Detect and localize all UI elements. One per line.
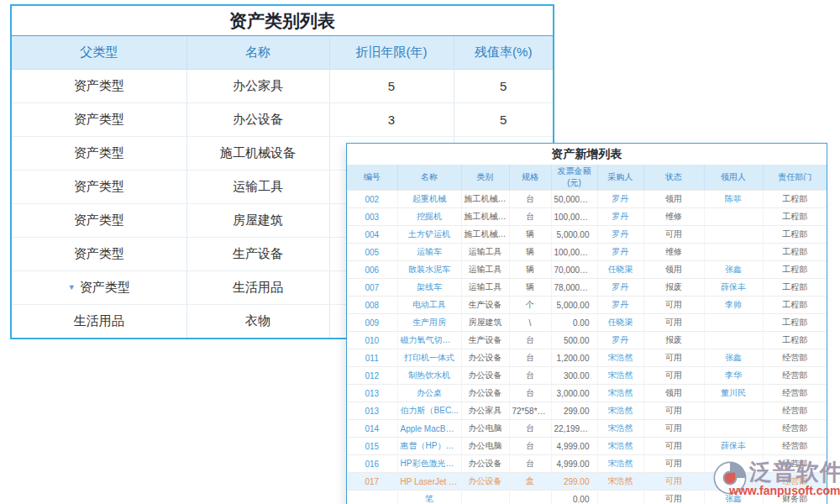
table-row[interactable]: 004土方铲运机施工机械设备辆5,000.00罗丹可用工程部 (347, 226, 827, 244)
cell-purchaser[interactable]: 宋浩然 (597, 349, 643, 367)
cell-name[interactable]: 挖掘机 (397, 208, 461, 226)
cell-name[interactable]: HP LaserJet 3... (397, 473, 461, 491)
cell-purchaser (597, 491, 643, 504)
cell-receiver[interactable]: 张鑫 (704, 261, 763, 279)
cell-purchaser[interactable]: 罗丹 (597, 226, 643, 244)
cell-id[interactable]: 004 (347, 226, 397, 244)
cell-receiver[interactable]: 薛保丰 (704, 438, 763, 455)
table-row[interactable]: 006散装水泥车运输工具辆70,000.00任晓渠领用张鑫工程部 (347, 261, 827, 279)
cell-purchaser[interactable]: 宋浩然 (597, 473, 643, 491)
cell-id[interactable]: 013 (347, 402, 397, 420)
column-header: 类别 (461, 165, 509, 191)
table-row[interactable]: 012制热饮水机办公设备台300.00宋浩然可用李华经营部 (347, 367, 827, 385)
table-row[interactable]: 011打印机一体式办公设备台1,200.00宋浩然可用张鑫经营部 (347, 349, 827, 367)
cell-depreciation-years: 3 (329, 103, 454, 137)
cell-name[interactable]: 架线车 (397, 279, 461, 297)
cell-purchaser[interactable]: 罗丹 (597, 279, 643, 297)
table-row[interactable]: 016HP彩色激光打...办公设备台4,999.00宋浩然可用经营部 (347, 455, 827, 473)
table-row[interactable]: 009生产用房房屋建筑\0.00任晓渠可用工程部 (347, 314, 827, 332)
cell-status: 可用 (643, 438, 704, 455)
category-table-title: 资产类别列表 (12, 6, 553, 36)
cell-receiver[interactable]: 董川民 (704, 385, 763, 402)
cell-purchaser[interactable]: 宋浩然 (597, 420, 643, 438)
cell-purchaser[interactable]: 罗丹 (597, 332, 643, 349)
cell-purchaser[interactable]: 罗丹 (597, 208, 643, 226)
cell-spec: 盒 (509, 473, 551, 491)
cell-id[interactable]: 015 (347, 438, 397, 455)
table-row[interactable]: 010磁力氧气切割机生产设备台500.00罗丹报废工程部 (347, 332, 827, 349)
cell-name[interactable]: 起重机械 (397, 191, 461, 208)
cell-name[interactable]: 伯力斯（BEC... (397, 402, 461, 420)
table-row[interactable]: 015惠普（HP）Eli...办公电脑台4,999.00宋浩然可用薛保丰经营部 (347, 438, 827, 455)
cell-id[interactable]: 006 (347, 261, 397, 279)
cell-id[interactable]: 011 (347, 349, 397, 367)
cell-name[interactable]: 电动工具 (397, 297, 461, 314)
cell-receiver[interactable]: 张鑫 (704, 491, 763, 504)
cell-name[interactable]: 运输车 (397, 244, 461, 261)
cell-id[interactable]: 012 (347, 367, 397, 385)
table-row[interactable]: 008电动工具生产设备个5,000.00罗丹可用李帅工程部 (347, 297, 827, 314)
cell-id[interactable]: 007 (347, 279, 397, 297)
cell-category: 办公设备 (461, 455, 509, 473)
cell-spec: 台 (509, 438, 551, 455)
cell-status: 可用 (643, 367, 704, 385)
cell-amount: 70,000.00 (551, 261, 597, 279)
cell-id[interactable]: 017 (347, 473, 397, 491)
cell-id[interactable]: 003 (347, 208, 397, 226)
cell-id[interactable]: 008 (347, 297, 397, 314)
cell-status: 可用 (643, 226, 704, 244)
cell-name[interactable]: 办公桌 (397, 385, 461, 402)
cell-id[interactable]: 005 (347, 244, 397, 261)
cell-id[interactable]: 014 (347, 420, 397, 438)
cell-id[interactable]: 009 (347, 314, 397, 332)
table-row[interactable]: 002起重机械施工机械设备台50,000.00罗丹领用陈菲工程部 (347, 191, 827, 208)
cell-purchaser[interactable]: 任晓渠 (597, 314, 643, 332)
cell-purchaser[interactable]: 宋浩然 (597, 402, 643, 420)
cell-department: 工程部 (763, 297, 827, 314)
cell-name[interactable]: Apple MacBoo... (397, 420, 461, 438)
cell-id[interactable]: 010 (347, 332, 397, 349)
cell-purchaser[interactable]: 罗丹 (597, 297, 643, 314)
cell-receiver[interactable]: 李华 (704, 367, 763, 385)
cell-purchaser[interactable]: 宋浩然 (597, 438, 643, 455)
cell-receiver[interactable]: 张鑫 (704, 349, 763, 367)
cell-purchaser[interactable]: 罗丹 (597, 244, 643, 261)
caret-down-icon[interactable]: ▼ (68, 283, 76, 291)
cell-name[interactable]: 土方铲运机 (397, 226, 461, 244)
cell-purchaser[interactable]: 宋浩然 (597, 367, 643, 385)
cell-category: 办公设备 (461, 367, 509, 385)
table-row[interactable]: 014Apple MacBoo...办公电脑台22,199.00宋浩然可用经营部 (347, 420, 827, 438)
table-row[interactable]: 013办公桌办公设备台3,000.00宋浩然领用董川民经营部 (347, 385, 827, 402)
cell-name[interactable]: 生产用房 (397, 314, 461, 332)
cell-name[interactable]: 散装水泥车 (397, 261, 461, 279)
cell-id[interactable]: 013 (347, 385, 397, 402)
cell-purchaser[interactable]: 宋浩然 (597, 455, 643, 473)
cell-purchaser[interactable]: 宋浩然 (597, 385, 643, 402)
cell-purchaser[interactable]: 任晓渠 (597, 261, 643, 279)
cell-name[interactable]: 制热饮水机 (397, 367, 461, 385)
table-row[interactable]: 017HP LaserJet 3...办公设备盒299.00宋浩然可用经营部 (347, 473, 827, 491)
table-row[interactable]: 003挖掘机施工机械设备台100,000.00罗丹维修工程部 (347, 208, 827, 226)
cell-category (461, 491, 509, 504)
cell-purchaser[interactable]: 罗丹 (597, 191, 643, 208)
cell-name[interactable]: 打印机一体式 (397, 349, 461, 367)
cell-receiver[interactable]: 陈菲 (704, 191, 763, 208)
cell-name[interactable]: 磁力氧气切割机 (397, 332, 461, 349)
table-row[interactable]: 笔0.00可用张鑫财务部 (347, 491, 827, 504)
column-header: 折旧年限(年) (329, 36, 454, 70)
cell-department: 工程部 (763, 279, 827, 297)
cell-id[interactable]: 002 (347, 191, 397, 208)
cell-receiver[interactable]: 李帅 (704, 297, 763, 314)
cell-name[interactable]: 笔 (397, 491, 461, 504)
cell-receiver[interactable]: 薛保丰 (704, 279, 763, 297)
table-row[interactable]: 资产类型办公设备35 (12, 103, 553, 137)
cell-name[interactable]: 惠普（HP）Eli... (397, 438, 461, 455)
cell-category: 房屋建筑 (461, 314, 509, 332)
cell-name[interactable]: HP彩色激光打... (397, 455, 461, 473)
table-row[interactable]: 资产类型办公家具55 (12, 70, 553, 103)
table-row[interactable]: 005运输车运输工具辆100,000.00罗丹维修工程部 (347, 244, 827, 261)
cell-department: 工程部 (763, 226, 827, 244)
table-row[interactable]: 007架线车运输工具辆78,000.00罗丹报废薛保丰工程部 (347, 279, 827, 297)
table-row[interactable]: 013伯力斯（BEC...办公家具72*58*110...299.00宋浩然可用… (347, 402, 827, 420)
cell-id[interactable]: 016 (347, 455, 397, 473)
